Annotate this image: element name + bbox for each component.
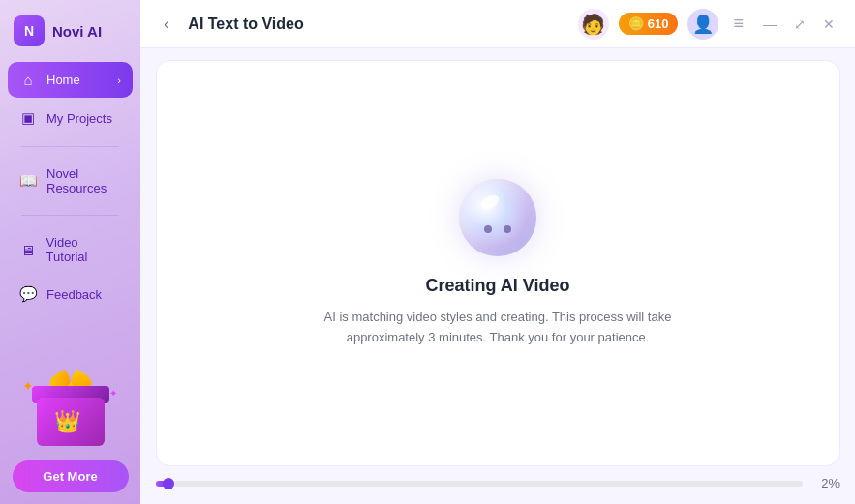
progress-section: 2%: [140, 466, 855, 504]
star-icon-2: ✦: [109, 388, 117, 399]
creating-desc: AI is matching video styles and creating…: [314, 308, 682, 348]
minimize-button[interactable]: —: [758, 15, 781, 34]
gift-box: ✦ ✦ 👑: [32, 383, 109, 446]
sidebar-item-feedback[interactable]: 💬 Feedback: [8, 276, 133, 312]
feedback-icon: 💬: [19, 285, 37, 303]
text-section: Creating AI Video AI is matching video s…: [314, 276, 682, 348]
main-area: ‹ AI Text to Video 🧑 🪙 610 👤 ≡ — ⤢ ✕: [140, 0, 855, 504]
coin-badge[interactable]: 🪙 610: [619, 13, 679, 35]
sidebar-item-my-projects-label: My Projects: [46, 111, 112, 126]
crown-icon: 👑: [54, 409, 80, 434]
sidebar-item-my-projects[interactable]: ▣ My Projects: [8, 100, 133, 136]
window-controls: — ⤢ ✕: [758, 15, 840, 34]
profile-icon[interactable]: 🧑: [578, 9, 609, 40]
creating-title: Creating AI Video: [314, 276, 682, 296]
home-icon: ⌂: [19, 72, 37, 88]
bubble-face: [484, 225, 511, 233]
video-tutorial-icon: 🖥: [19, 242, 37, 258]
logo-text: Novi AI: [52, 23, 102, 40]
maximize-button[interactable]: ⤢: [789, 15, 810, 34]
projects-icon: ▣: [19, 109, 37, 127]
sidebar-divider-2: [21, 215, 119, 216]
progress-bar-background: [156, 481, 803, 487]
coin-icon: 🪙: [628, 16, 644, 31]
back-button[interactable]: ‹: [156, 12, 176, 37]
logo-icon: N: [14, 15, 45, 46]
progress-label: 2%: [812, 476, 840, 490]
sidebar-logo: N Novi AI: [0, 0, 140, 58]
get-more-button[interactable]: Get More: [13, 460, 129, 492]
bubble-eye-right: [504, 225, 511, 233]
coin-count: 610: [648, 16, 669, 31]
sidebar-item-novel-resources[interactable]: 📖 Novel Resources: [8, 157, 133, 205]
sidebar-bottom: ✦ ✦ 👑 Get More: [0, 366, 140, 504]
sidebar-item-home-label: Home: [46, 73, 80, 87]
progress-bar-fill: [156, 481, 168, 487]
nav-arrow: ›: [117, 74, 121, 86]
sidebar-item-home[interactable]: ⌂ Home ›: [8, 62, 133, 98]
user-avatar[interactable]: 👤: [687, 9, 718, 40]
sidebar-item-feedback-label: Feedback: [46, 287, 102, 302]
sidebar-divider: [21, 146, 119, 147]
loading-bubble: [459, 179, 536, 256]
page-title: AI Text to Video: [188, 15, 565, 33]
sidebar-item-video-tutorial[interactable]: 🖥 Video Tutorial: [8, 225, 133, 274]
sidebar-item-video-tutorial-label: Video Tutorial: [46, 235, 121, 264]
close-button[interactable]: ✕: [818, 15, 840, 34]
gift-image: ✦ ✦ 👑: [17, 366, 124, 453]
bubble-container: [459, 179, 536, 256]
titlebar: ‹ AI Text to Video 🧑 🪙 610 👤 ≡ — ⤢ ✕: [140, 0, 855, 48]
sidebar-item-novel-resources-label: Novel Resources: [46, 166, 121, 195]
sidebar-nav: ⌂ Home › ▣ My Projects 📖 Novel Resources…: [0, 58, 140, 316]
bubble-eye-left: [484, 225, 492, 233]
sidebar: N Novi AI ⌂ Home › ▣ My Projects 📖 Novel…: [0, 0, 140, 504]
titlebar-actions: 🧑 🪙 610 👤 ≡ — ⤢ ✕: [578, 9, 840, 40]
menu-button[interactable]: ≡: [728, 12, 748, 36]
gift-box-body: 👑: [37, 398, 105, 446]
novel-icon: 📖: [19, 172, 37, 190]
content-area: Creating AI Video AI is matching video s…: [156, 60, 840, 466]
